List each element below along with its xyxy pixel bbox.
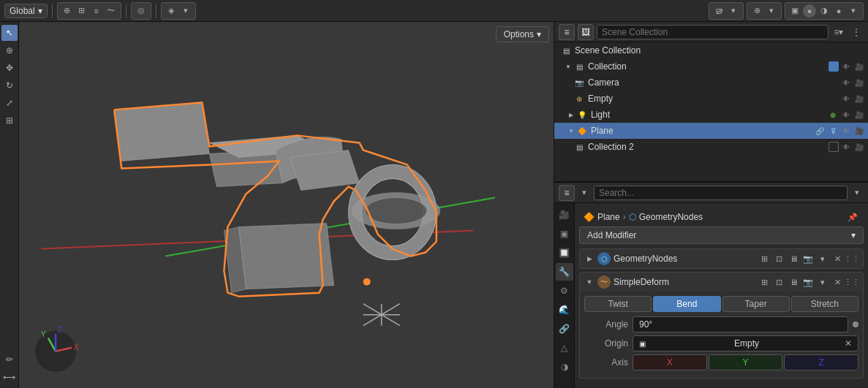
collection2-expand-icon[interactable]: ▶ xyxy=(563,142,573,152)
outliner-item-scene-collection[interactable]: ▤ Scene Collection xyxy=(554,42,868,58)
collection2-cam-icon[interactable]: 🎥 xyxy=(853,141,865,153)
geometry-nodes-collapse-icon[interactable]: ▶ xyxy=(584,254,595,264)
gizmo-chevron-icon[interactable]: ▾ xyxy=(765,4,778,18)
move-tool-icon[interactable]: ✥ xyxy=(1,60,18,76)
empty-cam-icon[interactable]: 🎥 xyxy=(853,93,865,104)
gn-close-icon[interactable]: ✕ xyxy=(831,252,844,265)
light-eye-icon[interactable]: 👁 xyxy=(840,109,852,121)
cursor-tool-icon[interactable]: ⊕ xyxy=(1,42,18,58)
gn-node-icon[interactable]: ⊞ xyxy=(758,252,771,265)
sd-render-icon[interactable]: 📷 xyxy=(801,275,815,289)
shading-render-icon[interactable]: ● xyxy=(832,4,845,18)
outliner-item-light[interactable]: ▶ 💡 Light ⊕ 👁 🎥 xyxy=(554,107,868,123)
side-tab-material[interactable]: ◑ xyxy=(556,358,573,376)
add-modifier-button[interactable]: Add Modifier ▾ xyxy=(579,227,864,244)
light-constraint-icon[interactable]: ⊕ xyxy=(827,109,839,121)
side-tab-render[interactable]: 🎥 xyxy=(556,206,573,224)
shading-group[interactable]: ▣ ● ◑ ● ▾ xyxy=(785,2,864,20)
measure-tool-icon[interactable]: ⟷ xyxy=(1,369,18,385)
sd-camera-icon[interactable]: ⊡ xyxy=(772,275,785,289)
deform-tab-twist[interactable]: Twist xyxy=(584,296,652,312)
side-tab-modifier[interactable]: 🔧 xyxy=(556,263,573,281)
light-cam-icon[interactable]: 🎥 xyxy=(853,109,865,121)
deform-tab-bend[interactable]: Bend xyxy=(653,296,720,312)
side-tab-constraints[interactable]: 🔗 xyxy=(556,320,573,338)
plane-cam-icon[interactable]: 🎥 xyxy=(853,125,865,137)
outliner-search-input[interactable] xyxy=(597,25,829,39)
sd-dropdown-icon[interactable]: ▾ xyxy=(816,275,829,289)
pivot-dropdown-icon[interactable]: ▾ xyxy=(179,4,192,18)
pivot-group[interactable]: ◈ ▾ xyxy=(161,2,196,20)
collection-cam-icon[interactable]: 🎥 xyxy=(853,61,865,72)
gn-display-icon[interactable]: 🖥 xyxy=(787,252,800,265)
proportional-icon[interactable]: ◎ xyxy=(135,4,148,18)
collection2-eye-icon[interactable]: 👁 xyxy=(840,141,852,153)
rotate-tool-icon[interactable]: ↻ xyxy=(1,77,18,94)
origin-clear-icon[interactable]: ✕ xyxy=(845,338,852,349)
props-view-icon[interactable]: ≡ xyxy=(559,185,575,201)
properties-expand-icon[interactable]: ▾ xyxy=(850,186,864,199)
scale-tool-icon[interactable]: ⤢ xyxy=(1,95,18,111)
camera-eye-icon[interactable]: 👁 xyxy=(840,77,852,88)
axis-z-button[interactable]: Z xyxy=(784,354,858,370)
plane-expand-icon[interactable]: ▼ xyxy=(566,126,576,136)
sd-close-icon[interactable]: ✕ xyxy=(831,275,844,289)
gn-render-icon[interactable]: 📷 xyxy=(801,252,815,265)
snap-icon[interactable]: ⊕ xyxy=(61,4,74,18)
side-tab-particles[interactable]: ⚙ xyxy=(556,282,573,300)
annotate-tool-icon[interactable]: ✏ xyxy=(1,351,18,368)
select-tool-icon[interactable]: ↖ xyxy=(1,25,18,41)
shading-wire-icon[interactable]: ▣ xyxy=(788,4,801,18)
breadcrumb-pin-icon[interactable]: 📌 xyxy=(846,210,859,224)
snap-group[interactable]: ⊕ ⊞ ≡ 〜 xyxy=(57,2,121,20)
collection-expand-icon[interactable]: ▼ xyxy=(563,61,573,72)
outliner-item-camera[interactable]: 📷 Camera 👁 🎥 xyxy=(554,75,868,91)
collection-eye-icon[interactable]: 👁 xyxy=(840,61,852,72)
mode-dropdown[interactable]: Global ▾ xyxy=(4,4,48,18)
angle-value[interactable]: 90° xyxy=(633,316,848,332)
plane-filter-icon[interactable]: ⊽ xyxy=(827,125,839,137)
gn-dropdown-icon[interactable]: ▾ xyxy=(816,252,829,265)
outliner-item-empty[interactable]: ⊕ Empty 👁 🎥 xyxy=(554,91,868,107)
outliner-item-collection2[interactable]: ▶ ▤ Collection 2 👁 🎥 xyxy=(554,139,868,155)
empty-eye-icon[interactable]: 👁 xyxy=(840,93,852,104)
shading-material-icon[interactable]: ◑ xyxy=(818,4,831,18)
deform-tab-stretch[interactable]: Stretch xyxy=(791,296,858,312)
shading-chevron-icon[interactable]: ▾ xyxy=(847,4,860,18)
transform-tool-icon[interactable]: ⊞ xyxy=(1,113,18,129)
outliner-item-plane[interactable]: ▼ 🔶 Plane 🔗 ⊽ 👁 🎥 xyxy=(554,123,868,139)
outliner-extra-icon[interactable]: ⋮ xyxy=(849,25,864,39)
viewport[interactable]: ↖ ⊕ ✥ ↻ ⤢ ⊞ ✏ ⟷ xyxy=(0,22,554,388)
sd-node-icon[interactable]: ⊞ xyxy=(758,275,771,289)
shading-solid-icon[interactable]: ● xyxy=(803,4,816,18)
sd-drag-icon[interactable]: ⋮⋮ xyxy=(845,275,858,289)
deform-tab-taper[interactable]: Taper xyxy=(722,296,790,312)
collection2-check-icon[interactable] xyxy=(829,142,839,152)
gn-camera-icon[interactable]: ⊡ xyxy=(772,252,785,265)
side-tab-output[interactable]: ▣ xyxy=(556,225,573,243)
light-expand-icon[interactable]: ▶ xyxy=(566,110,576,120)
plane-link-icon[interactable]: 🔗 xyxy=(814,125,826,137)
camera-cam-icon[interactable]: 🎥 xyxy=(853,77,865,88)
properties-search-input[interactable] xyxy=(594,186,848,200)
gizmo-group[interactable]: ⊕ ▾ xyxy=(747,2,782,20)
outliner-view-icon[interactable]: ≡ xyxy=(559,24,575,40)
outliner-item-collection[interactable]: ▼ ▤ Collection 👁 🎥 xyxy=(554,58,868,75)
viewport-mode-group[interactable]: 🖳 ▾ xyxy=(709,2,744,20)
simple-deform-collapse-icon[interactable]: ▼ xyxy=(584,277,595,287)
viewport-3d[interactable]: X Y Z Options ▾ xyxy=(19,22,554,388)
axis-y-button[interactable]: Y xyxy=(709,354,783,370)
outliner-filter-icon[interactable]: ≡▾ xyxy=(831,25,846,39)
sd-display-icon[interactable]: 🖥 xyxy=(787,275,800,289)
viewport-chevron-icon[interactable]: ▾ xyxy=(727,4,740,18)
outliner-display-icon[interactable]: 🖼 xyxy=(578,24,594,40)
gizmo-icon[interactable]: ⊕ xyxy=(750,4,763,18)
origin-value[interactable]: ▣ Empty ✕ xyxy=(633,335,858,351)
snap-mode-icon[interactable]: ≡ xyxy=(90,4,103,18)
proportional-group[interactable]: ◎ xyxy=(131,2,151,20)
pivot-icon[interactable]: ◈ xyxy=(165,4,178,18)
plane-eye-icon[interactable]: 👁 xyxy=(840,125,852,137)
snap-options-icon[interactable]: ⊞ xyxy=(75,4,88,18)
gn-drag-icon[interactable]: ⋮⋮ xyxy=(845,252,858,265)
side-tab-view-layer[interactable]: 🔲 xyxy=(556,244,573,262)
